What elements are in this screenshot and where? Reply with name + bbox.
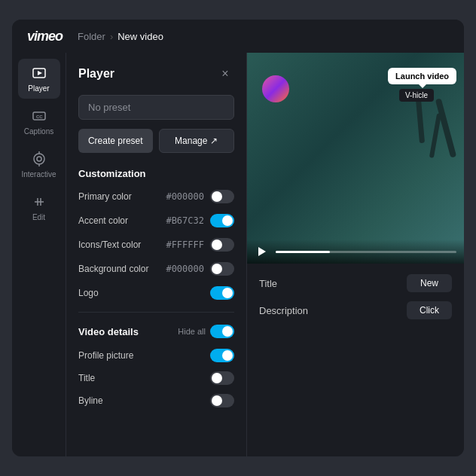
close-button[interactable]: ×: [216, 65, 234, 83]
hide-all-toggle[interactable]: [210, 325, 234, 338]
captions-icon: CC: [31, 108, 47, 124]
svg-point-4: [34, 154, 44, 164]
interactive-icon: [31, 151, 47, 167]
accent-color-right: #B67C32: [166, 214, 234, 227]
description-info-label: Description: [259, 305, 308, 316]
panel-header: Player ×: [78, 65, 234, 83]
icons-text-color-right: #FFFFFF: [166, 238, 234, 252]
toggle-knob: [222, 288, 233, 298]
player-panel: Player × No preset Create preset Manage …: [66, 53, 247, 456]
video-details-heading: Video details: [78, 326, 139, 337]
divider: [78, 312, 234, 313]
primary-color-row: Primary color #000000: [78, 190, 234, 203]
hide-all-label: Hide all: [178, 327, 206, 336]
toggle-knob: [212, 395, 222, 406]
play-icon: [258, 247, 266, 256]
title-info-label: Title: [259, 278, 277, 289]
create-preset-button[interactable]: Create preset: [78, 129, 153, 153]
accent-color-row: Accent color #B67C32: [78, 214, 234, 227]
breadcrumb: Folder › New video: [78, 31, 163, 42]
primary-color-right: #000000: [166, 190, 234, 203]
title-info-row: Title New: [259, 274, 452, 292]
customization-heading: Customization: [78, 168, 234, 179]
sidebar-item-edit[interactable]: Edit: [18, 188, 60, 227]
bg-color-label: Background color: [78, 264, 148, 274]
progress-bar-fill: [276, 251, 330, 253]
svg-text:CC: CC: [36, 114, 43, 119]
manage-button[interactable]: Manage ↗: [159, 129, 235, 153]
byline-label: Byline: [78, 395, 103, 406]
preset-actions: Create preset Manage ↗: [78, 129, 234, 153]
logo-toggle[interactable]: [210, 286, 234, 300]
accent-color-toggle[interactable]: [210, 214, 234, 227]
primary-color-toggle[interactable]: [210, 190, 234, 203]
video-controls: [247, 240, 464, 264]
toggle-knob: [212, 373, 222, 383]
info-section: Title New Description Click: [247, 264, 464, 456]
toggle-knob: [212, 264, 222, 274]
logo-right: [210, 286, 234, 300]
bg-color-hex: #000000: [166, 264, 204, 274]
player-icon: [31, 65, 47, 81]
avatar: [262, 75, 289, 102]
sidebar-item-player[interactable]: Player: [18, 59, 60, 99]
hide-all-group: Hide all: [178, 325, 234, 338]
bg-color-toggle[interactable]: [210, 262, 234, 276]
right-panel: Launch video V-hicle Title New: [247, 53, 464, 456]
profile-picture-label: Profile picture: [78, 350, 133, 361]
toggle-knob: [212, 240, 222, 250]
toggle-knob: [222, 215, 233, 226]
primary-color-label: Primary color: [78, 191, 132, 202]
external-link-icon: ↗: [210, 136, 218, 146]
toggle-knob: [212, 191, 222, 202]
toggle-knob: [222, 326, 233, 337]
icons-text-color-label: Icons/Text color: [78, 240, 141, 250]
sidebar-item-captions[interactable]: CC Captions: [18, 102, 60, 142]
vimeo-logo: vimeo: [27, 29, 63, 44]
sidebar-item-interactive[interactable]: Interactive: [18, 145, 60, 185]
title-detail-toggle[interactable]: [210, 371, 234, 385]
description-info-row: Description Click: [259, 301, 452, 319]
main-area: Player CC Captions: [12, 53, 464, 456]
video-details-header: Video details Hide all: [78, 325, 234, 338]
bg-color-row: Background color #000000: [78, 262, 234, 276]
icons-text-color-row: Icons/Text color #FFFFFF: [78, 238, 234, 252]
video-preview: Launch video V-hicle: [247, 53, 464, 264]
profile-picture-toggle[interactable]: [210, 349, 234, 362]
toggle-knob: [222, 350, 233, 361]
sidebar-item-player-label: Player: [28, 84, 49, 93]
sidebar-item-edit-label: Edit: [32, 213, 45, 221]
byline-row: Byline: [78, 394, 234, 407]
content-area: Player × No preset Create preset Manage …: [66, 53, 464, 456]
video-details-items: Profile picture Title Byline: [78, 349, 234, 407]
bg-color-right: #000000: [166, 262, 234, 276]
logo-row: Logo: [78, 286, 234, 300]
breadcrumb-current: New video: [117, 31, 163, 42]
accent-color-hex: #B67C32: [166, 215, 204, 226]
topbar: vimeo Folder › New video: [12, 20, 464, 53]
play-button[interactable]: [255, 244, 270, 259]
sidebar: Player CC Captions: [12, 53, 66, 456]
accent-color-label: Accent color: [78, 215, 128, 226]
title-row: Title: [78, 371, 234, 385]
svg-marker-1: [38, 71, 42, 75]
brush-stroke-2: [429, 113, 441, 158]
manage-label: Manage: [175, 136, 207, 146]
title-info-value[interactable]: New: [407, 274, 452, 292]
icons-text-color-hex: #FFFFFF: [166, 240, 204, 250]
icons-text-color-toggle[interactable]: [210, 238, 234, 252]
logo-label: Logo: [78, 288, 99, 298]
progress-bar[interactable]: [276, 251, 456, 253]
breadcrumb-separator: ›: [110, 31, 113, 42]
primary-color-hex: #000000: [166, 191, 204, 202]
byline-toggle[interactable]: [210, 394, 234, 407]
title-detail-label: Title: [78, 373, 95, 383]
svg-point-5: [37, 157, 41, 161]
edit-icon: [31, 194, 47, 210]
panel-title: Player: [78, 67, 114, 81]
preset-select[interactable]: No preset: [78, 95, 234, 120]
description-info-value[interactable]: Click: [407, 301, 452, 319]
sidebar-item-captions-label: Captions: [24, 127, 53, 136]
breadcrumb-folder: Folder: [78, 31, 105, 42]
sidebar-item-interactive-label: Interactive: [21, 170, 56, 178]
